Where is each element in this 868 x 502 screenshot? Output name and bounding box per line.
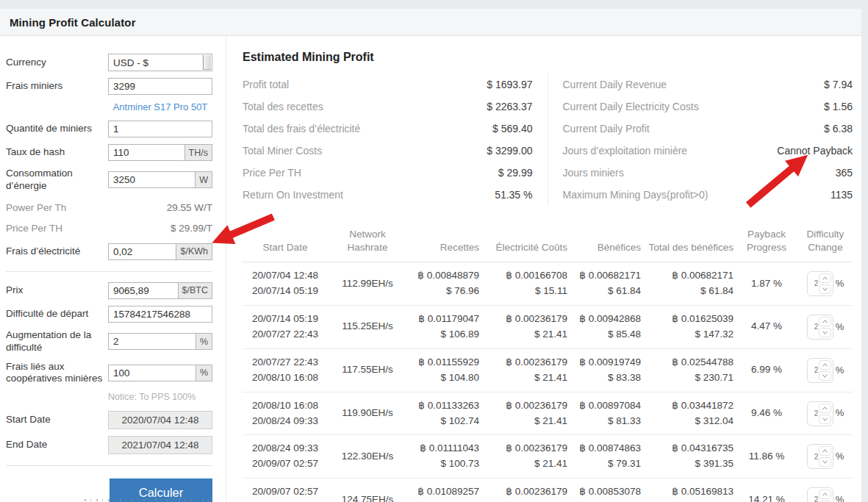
spin-down-icon[interactable] <box>819 328 831 337</box>
network-hashrate: 117.55EH/s <box>342 362 393 378</box>
col-header-benefices: Bénéfices <box>569 223 642 262</box>
miner-model-link[interactable]: Antminer S17 Pro 50T <box>108 101 212 112</box>
network-hashrate: 124.75EH/s <box>342 492 394 502</box>
difficulty-change-input[interactable]: 2 <box>807 315 833 340</box>
electricity-btc: ฿ 0.00236179 <box>506 398 567 414</box>
calculator-form: Currency USD - $ Frais miniers Antminer … <box>0 36 226 501</box>
quantity-input[interactable] <box>108 121 212 137</box>
total-profit-btc: ฿ 0.03441872 <box>672 398 734 414</box>
profit-usd: $ 79.31 <box>608 456 641 472</box>
hashrate-label: Taux de hash <box>6 146 108 159</box>
table-row: 20/07/04 12:4820/07/14 05:19 112.99EH/s … <box>243 262 853 306</box>
mining-periods-table: Start Date Network Hashrate Recettes Éle… <box>243 223 853 502</box>
difficulty-change-input[interactable]: 2 <box>807 401 833 426</box>
revenue-btc: ฿ 0.01179047 <box>418 312 479 327</box>
revenue-btc: ฿ 0.00848879 <box>417 268 479 284</box>
col-header-network-hashrate: Network Hashrate <box>328 223 407 262</box>
total-profit-btc: ฿ 0.00682171 <box>672 268 734 284</box>
start-date-input[interactable]: 2020/07/04 12:48 <box>108 411 212 429</box>
stat-value: $ 2263.37 <box>487 101 532 112</box>
stat-value: 51.35 % <box>495 189 532 201</box>
spin-down-icon[interactable] <box>819 371 831 381</box>
difficulty-change-input[interactable]: 2 <box>807 444 833 469</box>
summary-stats: Profit total$ 1693.97 Total des recettes… <box>243 73 853 206</box>
period-start: 20/09/07 02:57 <box>252 484 318 500</box>
period-start: 20/07/04 12:48 <box>252 268 318 284</box>
cannot-payback-value: Cannot Payback <box>777 145 853 157</box>
period-end: 20/08/10 16:08 <box>252 370 318 386</box>
spin-down-icon[interactable] <box>819 457 831 467</box>
difficulty-increase-unit: % <box>196 333 212 350</box>
spin-down-icon[interactable] <box>819 284 831 294</box>
stat-value: $ 3299.00 <box>487 145 532 157</box>
electricity-btc: ฿ 0.00236179 <box>506 441 567 456</box>
table-row: 20/08/24 09:3320/09/07 02:57 122.30EH/s … <box>243 435 853 478</box>
table-header-row: Start Date Network Hashrate Recettes Éle… <box>243 223 853 262</box>
profit-usd: $ 81.33 <box>608 414 641 429</box>
calculator-card: Mining Profit Calculator Currency USD - … <box>0 9 861 502</box>
spin-down-icon[interactable] <box>819 415 831 424</box>
col-header-total-benefices: Total des bénéfices <box>642 223 735 262</box>
spin-up-icon[interactable] <box>819 446 831 456</box>
period-start: 20/07/27 22:43 <box>252 355 318 370</box>
difficulty-increase-label: Augmentation de la difficulté <box>6 329 108 354</box>
stat-value: $ 29.99 <box>498 167 533 179</box>
spin-up-icon[interactable] <box>819 404 831 413</box>
profit-btc: ฿ 0.00942868 <box>579 312 641 327</box>
difficulty-increase-input[interactable] <box>108 333 196 350</box>
select-grip-icon[interactable] <box>203 55 211 70</box>
form-divider <box>6 271 212 272</box>
col-header-recettes: Recettes <box>407 223 481 262</box>
table-row: 20/07/14 05:1920/07/27 22:43 115.25EH/s … <box>243 306 853 349</box>
miner-cost-input[interactable] <box>108 78 212 95</box>
difficulty-change-input[interactable]: 2 <box>807 358 833 383</box>
period-end: 20/08/24 09:33 <box>252 414 318 429</box>
pps-notice: Notice: To PPS 100% <box>108 392 212 402</box>
electricity-usd: $ 15.11 <box>535 284 567 299</box>
payback-progress: 4.47 % <box>751 319 782 334</box>
electricity-cost-unit: $/KWh <box>176 243 212 260</box>
network-hashrate: 122.30EH/s <box>342 449 394 465</box>
power-unit: W <box>196 171 212 188</box>
pool-fees-input[interactable] <box>108 365 196 381</box>
payback-progress: 11.86 % <box>749 449 785 465</box>
start-difficulty-input[interactable] <box>108 306 212 323</box>
page-title: Mining Profit Calculator <box>10 16 136 29</box>
electricity-usd: $ 21.41 <box>534 456 567 472</box>
spin-up-icon[interactable] <box>819 360 831 370</box>
difficulty-change-input[interactable]: 2 <box>807 487 833 502</box>
price-input[interactable] <box>108 282 179 299</box>
col-header-difficulty: Difficulty Change <box>798 223 853 262</box>
profit-btc: ฿ 0.00682171 <box>579 268 641 284</box>
network-hashrate: 119.90EH/s <box>342 406 393 421</box>
stat-label: Jours miniers <box>563 167 836 179</box>
hashrate-input[interactable] <box>108 144 185 161</box>
difficulty-change-unit: % <box>836 363 844 378</box>
profit-usd: $ 61.84 <box>608 284 641 299</box>
spin-up-icon[interactable] <box>819 490 831 499</box>
power-input[interactable] <box>108 171 196 188</box>
stat-value: $ 1.56 <box>824 101 853 112</box>
price-label: Prix <box>6 284 108 297</box>
total-profit-usd: $ 230.71 <box>695 370 734 386</box>
currency-selected-value: USD - $ <box>113 57 148 68</box>
stat-label: Current Daily Profit <box>563 123 825 135</box>
difficulty-change-unit: % <box>836 276 844 291</box>
total-profit-usd: $ 312.04 <box>695 414 734 429</box>
table-row: 20/07/27 22:4320/08/10 16:08 117.55EH/s … <box>243 349 853 392</box>
stat-label: Current Daily Electricity Costs <box>563 101 825 112</box>
profit-usd: $ 83.38 <box>608 370 641 386</box>
revenue-usd: $ 106.89 <box>440 327 479 343</box>
electricity-cost-input[interactable] <box>108 243 176 260</box>
end-date-input[interactable]: 2021/07/04 12:48 <box>108 436 212 454</box>
currency-select[interactable]: USD - $ <box>108 54 212 71</box>
revenue-btc: ฿ 0.01111043 <box>420 441 479 456</box>
stat-label: Maximum Mining Days(profit>0) <box>563 189 831 201</box>
difficulty-change-input[interactable]: 2 <box>807 271 833 296</box>
spin-up-icon[interactable] <box>819 273 831 283</box>
payback-progress: 14.21 % <box>748 492 785 502</box>
stat-value: $ 7.94 <box>824 79 853 90</box>
spin-up-icon[interactable] <box>819 317 831 326</box>
period-end: 20/07/14 05:19 <box>252 284 318 299</box>
stat-value: 1135 <box>831 189 853 201</box>
